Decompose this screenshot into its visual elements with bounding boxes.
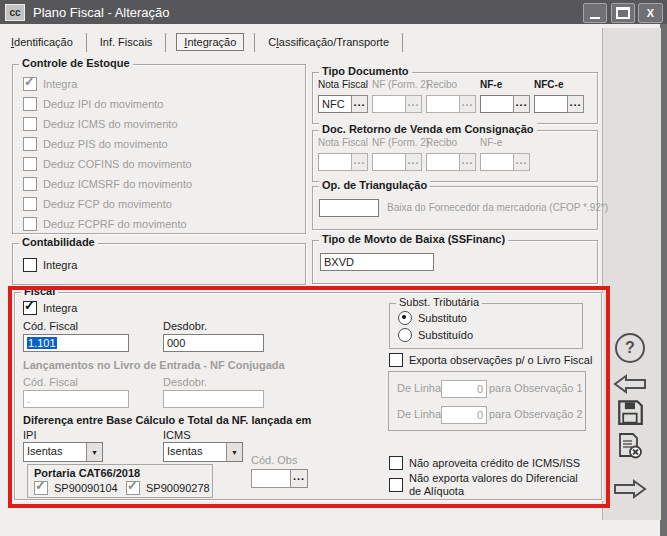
group-legend: Tipo Documento (319, 65, 412, 77)
tab-identificacao[interactable]: Identificação (8, 34, 76, 50)
checkbox-sp90090278: ✓ SP90090278 (126, 481, 210, 495)
help-button[interactable]: ? (615, 333, 645, 363)
delete-document-icon (616, 432, 644, 460)
radio-icon (398, 328, 412, 342)
group-op-triangulacao: Op. de Triangulação Baixa do Fornecedor … (312, 186, 598, 230)
delete-record-button[interactable] (616, 432, 644, 460)
tab-separator (402, 33, 403, 52)
label-cod-fiscal: Cód. Fiscal (23, 320, 78, 332)
field-movto-baixa[interactable]: BXVD (320, 253, 434, 271)
label-cod-obs: Cód. Obs (251, 454, 297, 466)
checkbox-icon (23, 137, 37, 151)
checkbox-icon: ✓ (23, 77, 37, 91)
group-legend: Op. de Triangulação (319, 179, 430, 191)
titlebar: cc Plano Fiscal - Alteração (0, 0, 667, 24)
group-fiscal: Fiscal ✓ Integra Cód. Fiscal 1.101 Desdo… (14, 292, 602, 500)
group-tipo-documento: Tipo Documento Nota Fiscal NFC ... NF (F… (312, 72, 598, 124)
label-ret-nf-form2: NF (Form. 2) (372, 137, 429, 148)
help-icon: ? (625, 339, 635, 357)
group-subst-tributaria: Subst. Tributária Substituto Substituído (389, 303, 583, 349)
checkbox-icon (389, 353, 403, 367)
back-button[interactable] (612, 372, 648, 396)
label-nf-form2: NF (Form. 2) (372, 79, 429, 90)
browse-recibo-button: ... (459, 95, 476, 113)
label-ipi: IPI (23, 429, 36, 441)
dropdown-icms[interactable]: Isentas ▼ (163, 442, 243, 462)
app-icon: cc (5, 4, 25, 21)
label-para-observacao-1: para Observação 1 (489, 382, 583, 394)
field-nf-form2 (372, 95, 406, 113)
browse-nf-form2-button: ... (405, 95, 422, 113)
field-ret-nfe (480, 153, 514, 171)
label-nfce: NFC-e (534, 79, 563, 90)
label-portaria: Portaria CAT66/2018 (34, 467, 140, 479)
field-desdobr[interactable]: 000 (163, 334, 264, 352)
checkbox-icon (23, 97, 37, 111)
checkbox-nao-aproveita-credito[interactable]: Não aproveita crédito de ICMS/ISS (389, 456, 580, 470)
checkbox-deduz-ipi: Deduz IPI do movimento (23, 97, 163, 111)
label-nota-fiscal: Nota Fiscal (318, 79, 368, 90)
tab-inf-fiscais[interactable]: Inf. Fiscais (97, 34, 156, 50)
hint-op-triangulacao: Baixa do Fornecedor da mercadoria (CFOP … (387, 202, 608, 213)
save-button[interactable] (617, 399, 644, 426)
tab-separator (165, 33, 166, 52)
checkbox-icon (23, 258, 37, 272)
browse-nota-fiscal-button[interactable]: ... (351, 95, 368, 113)
field-nfce[interactable] (534, 95, 568, 113)
checkbox-icon (23, 157, 37, 171)
checkbox-integra-estoque: ✓ Integra (23, 77, 77, 91)
field-op-triangulacao[interactable] (319, 199, 379, 217)
window-right-border (660, 24, 667, 536)
label-ret-nota-fiscal: Nota Fiscal (318, 137, 368, 148)
browse-nfe-button[interactable]: ... (513, 95, 530, 113)
checkbox-nao-exporta-diferencial[interactable]: Não exporta valores do Diferencial de Al… (389, 472, 589, 498)
dropdown-arrow-icon: ▼ (226, 443, 242, 461)
close-button[interactable]: X (638, 3, 663, 23)
browse-nfce-button[interactable]: ... (567, 95, 584, 113)
dropdown-arrow-icon: ▼ (86, 443, 102, 461)
field-ret-recibo (426, 153, 460, 171)
checkbox-exporta-observacoes[interactable]: Exporta observações p/ o Livro Fiscal (389, 353, 592, 367)
group-legend: Controle de Estoque (19, 57, 133, 69)
label-lanc-cod-fiscal: Cód. Fiscal (23, 376, 78, 388)
back-arrow-icon (612, 372, 648, 396)
group-legend: Subst. Tributária (396, 296, 482, 308)
field-lanc-cod-fiscal: . (23, 390, 129, 408)
field-cod-obs[interactable] (251, 469, 291, 488)
field-recibo (426, 95, 460, 113)
tab-classificacao-transporte[interactable]: Classificação/Transporte (265, 34, 392, 50)
browse-cod-obs-button[interactable]: ... (290, 469, 308, 488)
label-icms: ICMS (163, 429, 191, 441)
heading-diferenca: Diferença entre Base Cálculo e Total da … (23, 414, 311, 426)
checkbox-icon (389, 478, 403, 492)
label-para-observacao-2: para Observação 2 (489, 408, 583, 420)
tab-integracao[interactable]: Integração (176, 33, 244, 51)
forward-arrow-icon (612, 477, 648, 501)
field-nfe[interactable] (480, 95, 514, 113)
group-controle-de-estoque: Controle de Estoque ✓ Integra Deduz IPI … (12, 64, 306, 234)
group-legend: Contabilidade (19, 236, 98, 248)
tab-separator (254, 33, 255, 52)
window-title: Plano Fiscal - Alteração (33, 5, 170, 20)
checkbox-deduz-icmsrf: Deduz ICMSRF do movimento (23, 177, 192, 191)
field-nota-fiscal[interactable]: NFC (318, 95, 352, 113)
group-movto-baixa: Tipo de Movto de Baixa (SSFinanc) BXVD (312, 240, 598, 284)
field-ret-nf-form2 (372, 153, 406, 171)
radio-substituto[interactable]: Substituto (398, 311, 467, 325)
field-de-linha-1: 0 (441, 380, 487, 398)
field-cod-fiscal[interactable]: 1.101 (23, 334, 129, 352)
checkbox-icon: ✓ (23, 301, 37, 315)
dropdown-ipi[interactable]: Isentas ▼ (23, 442, 103, 462)
radio-substituido[interactable]: Substituído (398, 328, 473, 342)
label-recibo: Recibo (426, 79, 457, 90)
minimize-button[interactable] (583, 3, 607, 23)
checkbox-integra-fiscal[interactable]: ✓ Integra (23, 301, 77, 315)
label-ret-recibo: Recibo (426, 137, 457, 148)
maximize-button[interactable] (611, 3, 635, 23)
forward-button[interactable] (612, 476, 648, 502)
browse-ret-nota-fiscal-button: ... (351, 153, 368, 171)
label-de-linha-2: De Linha (397, 408, 441, 420)
label-ret-nfe: NF-e (480, 137, 502, 148)
tab-bar: Identificação Inf. Fiscais Integração Cl… (8, 31, 413, 53)
checkbox-integra-contabilidade[interactable]: Integra (23, 258, 77, 272)
